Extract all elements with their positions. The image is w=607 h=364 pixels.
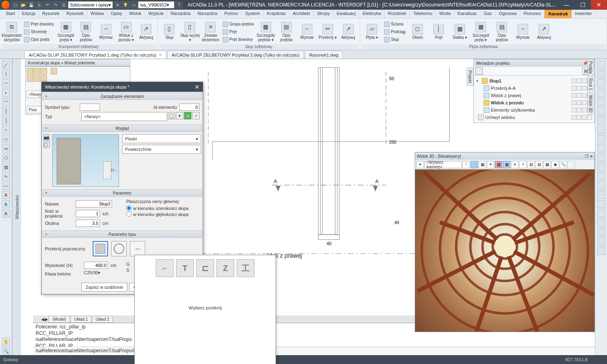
tab-edycja[interactable]: Edycja <box>19 10 39 18</box>
tree-przekroj[interactable]: Przekrój A-A <box>476 85 592 92</box>
opis-preta-item[interactable]: Opis pręta <box>23 36 55 43</box>
tab-rysunek[interactable]: Rysunek <box>39 10 63 18</box>
qat-print-icon[interactable]: ⎙ <box>36 1 43 8</box>
v3d-tool6[interactable]: ▦ <box>495 161 502 168</box>
name-input[interactable] <box>76 200 112 207</box>
v3d-tool15[interactable]: ⬚ <box>568 161 575 168</box>
layout2-tab[interactable]: Układ 2 <box>92 316 113 323</box>
view-copy-icon[interactable]: ▢ <box>43 142 50 148</box>
rt-16[interactable] <box>597 210 605 218</box>
xsec-L[interactable]: ⌐ <box>156 259 174 277</box>
shape-circle-button[interactable] <box>111 241 127 256</box>
rt-15[interactable] <box>597 200 605 208</box>
v3d-tool14[interactable]: 🔍 <box>560 161 567 168</box>
qat-undo-icon[interactable]: ↶ <box>44 1 51 8</box>
tool-arc2-icon[interactable]: ⟅ <box>2 107 10 115</box>
radio-depth[interactable] <box>126 212 132 217</box>
sciana-item[interactable]: Ściana <box>383 21 407 28</box>
szczegoly-pretow-button[interactable]: ▦Szczegóły prętów ▾ <box>256 20 276 44</box>
tab-stropy[interactable]: Stropy <box>314 10 333 18</box>
constr-ic4[interactable] <box>51 68 57 74</box>
qat-save-icon[interactable]: 💾 <box>28 1 35 8</box>
opis-pretow-button[interactable]: ▤Opis prętów <box>76 20 96 44</box>
project-tab-handle[interactable]: Projekt <box>467 68 473 86</box>
tab-opisy[interactable]: Opisy <box>108 10 126 18</box>
rt-7[interactable] <box>597 126 605 134</box>
tab-narzedzia2[interactable]: Narzędzia <box>194 10 221 18</box>
v3d-tool9[interactable]: ↗ <box>519 161 526 168</box>
rt-11[interactable] <box>597 163 605 171</box>
tab-elektryka[interactable]: Elektryka <box>359 10 384 18</box>
szczegol-preta-button[interactable]: ▦Szczegół pręta ▾ <box>56 20 76 44</box>
plyta-button[interactable]: ▱Płyta ▾ <box>362 20 382 44</box>
constr-ic1[interactable] <box>27 68 33 74</box>
dialog-close-icon[interactable]: ✕ <box>195 84 200 90</box>
layer-combo[interactable]: isa_V90E912 ▾ <box>138 1 174 8</box>
v3d-tool4[interactable]: ▦ <box>479 161 486 168</box>
tab-konstruk[interactable]: Konstruk <box>545 10 571 18</box>
widok-z-przodu-button[interactable]: ▭Widok z przodu ▾ <box>117 20 136 44</box>
surfaces-dropdown[interactable]: Powierzchnie▾ <box>122 145 201 154</box>
v3d-tool8[interactable]: ✈ <box>511 161 518 168</box>
view-cam-icon[interactable]: 📷 <box>43 134 50 141</box>
xsec-I[interactable]: 工 <box>237 259 255 277</box>
rt-19[interactable] <box>597 237 605 245</box>
close-tab-icon[interactable]: ✕ <box>159 53 162 57</box>
tool-circle-icon[interactable]: ○ <box>2 126 10 134</box>
xsec-C[interactable]: ⊏ <box>196 259 214 277</box>
preview-handle[interactable]: Podglą <box>588 59 594 76</box>
v3d-tool12[interactable]: ▦ <box>543 161 551 168</box>
tab-rozdziel[interactable]: Rozdzielr <box>384 10 410 18</box>
command-input[interactable]: isaReference/isaceNter/isapercenT/isaPro… <box>36 348 144 353</box>
tab-kanalizac[interactable]: Kanalizac <box>454 10 481 18</box>
v3d-tool3[interactable]: ⬚ <box>471 161 478 168</box>
strzemie-item[interactable]: Strzemię <box>23 28 55 36</box>
view3d-rest-icon[interactable]: ❐ <box>585 154 588 159</box>
constr-ic6[interactable] <box>34 75 40 82</box>
pens-dropdown[interactable]: Pisaki▾ <box>122 134 201 143</box>
tool-hatch-icon[interactable]: ▨ <box>2 163 10 171</box>
typ-opt3[interactable]: ✓ <box>192 112 200 119</box>
radio-width[interactable] <box>126 205 132 211</box>
rt-12[interactable] <box>597 172 605 180</box>
widok3d-handle[interactable]: Widok 3D <box>588 93 594 114</box>
cover-input[interactable] <box>76 220 100 227</box>
section-management[interactable]: ▾Zarządzanie elementem <box>42 93 202 100</box>
tool-free-icon[interactable]: 〰 <box>2 79 10 87</box>
xsec-Z[interactable]: Z <box>216 259 234 277</box>
tab-krajobraz[interactable]: Krajobraz <box>263 10 289 18</box>
tool-arc-icon[interactable]: ◠ <box>2 98 10 106</box>
tab-woda[interactable]: Woda <box>436 10 454 18</box>
rt-8[interactable] <box>597 135 605 143</box>
rt-3[interactable] <box>597 89 605 97</box>
qat-new-icon[interactable]: ▢ <box>11 1 19 8</box>
camera-select[interactable]: <Wybierz kamerę> <box>424 161 462 168</box>
tool-pline-icon[interactable]: ⌇ <box>2 70 10 78</box>
aktywuj-button[interactable]: ↗Aktywuj <box>136 20 156 44</box>
section-parameters[interactable]: ▾Parametry <box>42 189 202 197</box>
opis-pretow-button2[interactable]: ▤Opis prętów <box>276 20 296 44</box>
maximize-button[interactable]: ☐ <box>575 0 591 10</box>
tool-margin-icon[interactable]: — <box>2 182 10 190</box>
layout1-tab[interactable]: Układ 1 <box>70 316 91 323</box>
tab-ewakuacj[interactable]: Ewakuacj <box>333 10 359 18</box>
minimize-button[interactable]: — <box>558 0 575 10</box>
constr-ic7[interactable] <box>40 75 47 82</box>
v3d-tool11[interactable]: ▤ <box>535 161 543 168</box>
qat-bulb-icon[interactable]: 💡 <box>122 1 129 8</box>
tool-point-icon[interactable]: • <box>2 89 10 97</box>
typ-opt2[interactable]: ▾ <box>176 112 183 119</box>
tool-hand-icon[interactable]: ✋ <box>2 338 10 346</box>
scroll-right-icon[interactable]: ▶ <box>45 317 48 322</box>
rt-17[interactable] <box>597 219 605 227</box>
qat-layer-icon[interactable]: ☰ <box>60 1 67 8</box>
section-appearance[interactable]: ▾Wygląd <box>42 125 202 132</box>
rt-20[interactable] <box>597 247 605 255</box>
proj-add-icon[interactable]: 📄 <box>475 68 483 75</box>
rt-14[interactable] <box>597 191 605 199</box>
shape-more-button[interactable] <box>130 241 145 256</box>
qat-redo-icon[interactable]: ↷ <box>52 1 59 8</box>
constr-ic3[interactable] <box>40 68 47 74</box>
eksplorator-skryptow-button[interactable]: ⧉Eksplorator skryptów <box>2 20 22 44</box>
tab-wstaw[interactable]: Wstaw <box>87 10 108 18</box>
